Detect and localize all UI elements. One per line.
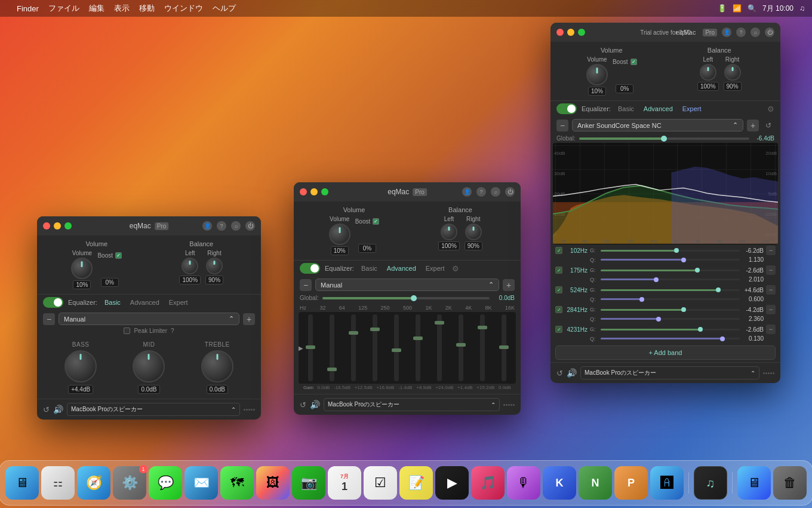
- right-knob-large[interactable]: [724, 64, 741, 81]
- tab-expert-large[interactable]: Expert: [680, 104, 704, 114]
- dock-item-finder[interactable]: 🖥: [5, 466, 39, 500]
- right-knob-small[interactable]: [206, 258, 223, 274]
- fader-125[interactable]: [351, 314, 356, 381]
- gear-icon-medium[interactable]: ⚙: [452, 264, 459, 273]
- fader-1k[interactable]: [416, 314, 420, 381]
- band-q-slider-4231[interactable]: [601, 338, 740, 339]
- band-q-slider-2841[interactable]: [601, 318, 740, 320]
- fader-250[interactable]: [373, 314, 377, 381]
- band-g-slider-4231[interactable]: [601, 329, 740, 330]
- menu-view[interactable]: 表示: [114, 3, 130, 14]
- maximize-button-small[interactable]: [64, 222, 72, 229]
- dock-item-mail[interactable]: ✉️: [184, 466, 218, 500]
- band-check-102[interactable]: ✓: [555, 247, 562, 254]
- band-check-175[interactable]: ✓: [555, 267, 562, 274]
- close-button-large[interactable]: [556, 29, 564, 36]
- dock-item-launchpad[interactable]: ⚏: [41, 466, 75, 500]
- preset-plus-large[interactable]: +: [747, 120, 759, 131]
- band-check-4231[interactable]: ✓: [555, 326, 562, 333]
- fader-32[interactable]: [308, 314, 313, 381]
- power-icon-small[interactable]: ⏻: [245, 221, 255, 231]
- output-select-medium[interactable]: MacBook Proのスピーカー ⌃: [324, 398, 500, 411]
- dock-item-numbers[interactable]: N: [579, 466, 612, 500]
- preset-select-large[interactable]: Anker SoundCore Space NC ⌃: [572, 119, 743, 131]
- tab-advanced-small[interactable]: Advanced: [128, 298, 162, 307]
- dock-item-podcasts[interactable]: 🎙: [507, 466, 540, 500]
- minimize-button-large[interactable]: [567, 29, 574, 36]
- fader-8k[interactable]: [480, 314, 485, 381]
- dock-item-photos[interactable]: 🖼: [256, 466, 290, 500]
- preset-minus-small[interactable]: −: [43, 313, 55, 325]
- band-check-524[interactable]: ✓: [555, 286, 562, 293]
- minimize-button-small[interactable]: [54, 222, 61, 229]
- band-remove-2841[interactable]: −: [766, 305, 776, 314]
- fader-500[interactable]: [394, 314, 399, 381]
- reset-button-small[interactable]: ↺: [43, 405, 50, 414]
- help-icon-medium[interactable]: ?: [476, 187, 486, 197]
- menu-file[interactable]: ファイル: [48, 3, 79, 14]
- preset-minus-medium[interactable]: −: [300, 279, 312, 291]
- search-icon-large[interactable]: ⌕: [751, 27, 760, 37]
- band-q-slider-175[interactable]: [601, 279, 740, 280]
- band-q-slider-102[interactable]: [601, 259, 740, 261]
- dock-item-screensaver[interactable]: 🖥: [737, 466, 771, 500]
- left-knob-small[interactable]: [182, 258, 198, 274]
- band-remove-175[interactable]: −: [766, 265, 776, 275]
- volume-knob-medium[interactable]: [329, 224, 350, 245]
- maximize-button-medium[interactable]: [321, 188, 328, 195]
- dock-item-settings[interactable]: ⚙️1: [113, 466, 146, 500]
- menu-finder[interactable]: Finder: [17, 4, 39, 13]
- tab-expert-medium[interactable]: Expert: [423, 264, 447, 273]
- menubar-search[interactable]: 🔍: [748, 4, 756, 13]
- band-remove-4231[interactable]: −: [766, 325, 776, 334]
- left-knob-large[interactable]: [700, 64, 716, 81]
- tab-basic-small[interactable]: Basic: [102, 298, 123, 307]
- gear-icon-large[interactable]: ⚙: [767, 105, 774, 114]
- reset-button-large[interactable]: ↺: [556, 369, 563, 378]
- dock-item-pages[interactable]: P: [614, 466, 648, 500]
- dock-item-maps[interactable]: 🗺: [220, 466, 254, 500]
- dock-item-tv[interactable]: ▶: [435, 466, 469, 500]
- menu-go[interactable]: 移動: [139, 3, 155, 14]
- add-band-button[interactable]: + Add band: [555, 345, 776, 360]
- tab-basic-medium[interactable]: Basic: [359, 264, 380, 273]
- power-icon-large[interactable]: ⏻: [765, 27, 774, 37]
- output-select-small[interactable]: MacBook Proのスピーカー ⌃: [67, 403, 240, 416]
- menu-window[interactable]: ウインドウ: [164, 3, 203, 14]
- minimize-button-medium[interactable]: [310, 188, 318, 195]
- menu-help[interactable]: ヘルプ: [213, 3, 236, 14]
- band-g-slider-102[interactable]: [601, 250, 740, 252]
- band-check-2841[interactable]: ✓: [555, 306, 562, 313]
- tab-advanced-medium[interactable]: Advanced: [385, 264, 419, 273]
- dock-item-music[interactable]: 🎵: [471, 466, 505, 500]
- tab-expert-small[interactable]: Expert: [167, 298, 190, 307]
- band-remove-524[interactable]: −: [766, 285, 776, 295]
- global-slider-large[interactable]: [579, 137, 749, 140]
- eq-toggle-medium[interactable]: [300, 263, 320, 274]
- boost-checkbox-medium[interactable]: ✓: [373, 218, 379, 225]
- left-knob-medium[interactable]: [441, 224, 457, 240]
- dock-item-reminders[interactable]: ☑: [364, 466, 397, 500]
- fader-4k[interactable]: [459, 314, 463, 381]
- help-icon-large[interactable]: ?: [736, 27, 746, 37]
- eq-toggle-small[interactable]: [43, 297, 63, 308]
- search-icon-medium[interactable]: ⌕: [491, 187, 500, 197]
- close-button-small[interactable]: [43, 222, 50, 229]
- user-icon-large[interactable]: 👤: [722, 27, 731, 37]
- fader-2k[interactable]: [437, 314, 442, 381]
- band-g-slider-524[interactable]: [601, 289, 740, 291]
- dock-item-safari[interactable]: 🧭: [77, 466, 110, 500]
- maximize-button-large[interactable]: [578, 29, 585, 36]
- mid-knob-small[interactable]: [133, 350, 165, 382]
- search-icon-small[interactable]: ⌕: [231, 221, 241, 231]
- right-knob-medium[interactable]: [465, 224, 482, 240]
- peak-limiter-checkbox-small[interactable]: [124, 328, 130, 334]
- user-icon-medium[interactable]: 👤: [462, 187, 472, 197]
- tab-basic-large[interactable]: Basic: [616, 104, 636, 114]
- boost-checkbox-large[interactable]: ✓: [630, 59, 637, 65]
- tab-advanced-large[interactable]: Advanced: [641, 104, 675, 114]
- fader-64[interactable]: [330, 314, 334, 381]
- power-icon-medium[interactable]: ⏻: [505, 187, 515, 197]
- dock-item-messages[interactable]: 💬: [149, 466, 182, 500]
- help-icon-small[interactable]: ?: [217, 221, 226, 231]
